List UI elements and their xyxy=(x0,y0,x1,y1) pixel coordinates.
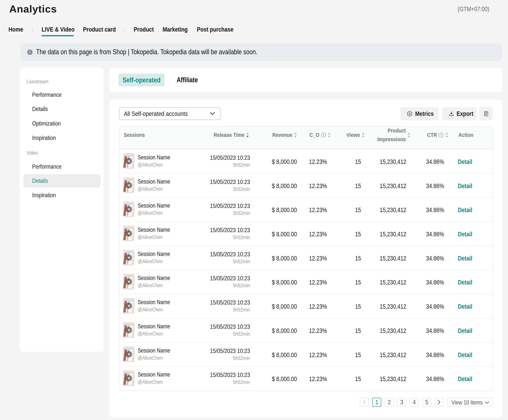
svg-text:?: ? xyxy=(440,133,442,137)
svg-text:?: ? xyxy=(323,133,325,137)
